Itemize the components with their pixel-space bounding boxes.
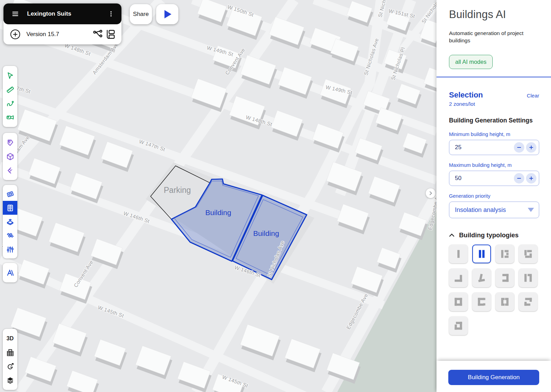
dimension-icon — [6, 166, 15, 175]
generation-priority-dropdown[interactable]: Insolation analysis — [449, 202, 539, 218]
clear-selection-link[interactable]: Clear — [527, 93, 539, 99]
selection-count: 2 zones/lot — [449, 101, 539, 107]
map-canvas[interactable]: Parking Building Building W 150th StW 15… — [0, 0, 436, 392]
pattern-icon — [6, 231, 15, 240]
typology-u-open-left[interactable] — [495, 269, 514, 287]
settings-heading: Building Generation Settings — [449, 117, 539, 124]
typology-brackets-facing[interactable] — [495, 292, 514, 311]
plus-icon — [529, 176, 534, 181]
zone-tool[interactable] — [3, 136, 17, 150]
massing-tool[interactable] — [3, 215, 17, 229]
toolbar-buildings — [3, 185, 17, 258]
version-list-icon[interactable] — [104, 28, 117, 41]
snap-toggle[interactable] — [3, 359, 17, 373]
zone-icon — [6, 138, 15, 147]
play-button[interactable] — [156, 4, 178, 24]
dimension-tool[interactable] — [3, 163, 17, 177]
panel-divider — [436, 77, 551, 78]
text-annotation-icon — [6, 269, 15, 277]
min-height-increment-button[interactable] — [526, 142, 536, 153]
panel-subtitle: Automatic generation of project building… — [449, 30, 529, 44]
add-version-icon[interactable] — [9, 28, 22, 41]
max-height-field[interactable]: 50 — [449, 171, 539, 186]
typology-g-block[interactable] — [519, 292, 537, 311]
typologies-heading: Building typologies — [459, 231, 519, 239]
volume-tool[interactable] — [3, 150, 17, 163]
spline-tool[interactable] — [3, 96, 17, 110]
share-button[interactable]: Share — [130, 4, 152, 24]
ruler-icon — [6, 85, 15, 94]
s-block-icon — [522, 248, 534, 260]
zone-label-parking: Parking — [164, 186, 191, 195]
max-height-value[interactable]: 50 — [455, 175, 512, 182]
lot-edit-icon — [6, 190, 15, 198]
minus-icon — [517, 176, 522, 181]
select-tool[interactable] — [3, 69, 17, 83]
parameters-tool[interactable] — [3, 242, 17, 256]
pattern-tool[interactable] — [3, 229, 17, 242]
typology-bar-single[interactable] — [449, 245, 468, 263]
bar-double-icon — [476, 248, 488, 260]
c-and-bar-icon — [499, 248, 511, 260]
buildings-ai-panel: Buildings AI Automatic generation of pro… — [436, 0, 551, 392]
min-height-decrement-button[interactable] — [514, 142, 524, 153]
toolbar-view: 3D — [3, 329, 17, 390]
panel-collapse-handle[interactable] — [426, 188, 435, 198]
project-card-body: Version 15.7 — [3, 24, 121, 44]
zone-label-building-1: Building — [205, 208, 231, 216]
typology-l-angled[interactable] — [472, 269, 491, 287]
city-context-toggle[interactable] — [3, 346, 17, 359]
typologies-grid — [449, 245, 539, 335]
menu-hamburger-icon[interactable] — [9, 8, 22, 20]
version-branch-icon[interactable] — [92, 28, 104, 41]
typology-s-block[interactable] — [519, 245, 537, 263]
max-height-increment-button[interactable] — [526, 173, 536, 184]
view-3d-label: 3D — [7, 335, 14, 342]
typology-c-notched[interactable] — [472, 292, 491, 311]
typology-l-corner[interactable] — [449, 269, 468, 287]
min-height-value[interactable]: 25 — [455, 144, 512, 151]
version-label: Version 15.7 — [26, 31, 92, 38]
typology-spiral[interactable] — [449, 316, 468, 335]
annotation-tool[interactable] — [3, 266, 17, 280]
measure-tool[interactable] — [3, 83, 17, 96]
dropdown-arrow-icon — [528, 208, 534, 212]
typology-bar-and-l[interactable] — [519, 269, 537, 287]
building-generation-button[interactable]: Building Generation — [448, 370, 539, 385]
zone-label-building-2: Building — [253, 229, 279, 237]
min-height-field[interactable]: 25 — [449, 140, 539, 155]
all-ai-modes-chip[interactable]: all AI modes — [449, 55, 493, 69]
panel-footer: Building Generation — [436, 361, 551, 392]
max-height-decrement-button[interactable] — [514, 173, 524, 184]
sliders-icon — [6, 245, 15, 254]
bar-and-l-icon — [522, 272, 534, 284]
ring-icon — [452, 296, 464, 308]
layers-icon — [6, 376, 15, 385]
buildings-tool[interactable] — [3, 201, 17, 215]
brackets-facing-icon — [499, 296, 511, 308]
typology-bar-double[interactable] — [472, 245, 491, 263]
camera-tool[interactable] — [3, 110, 17, 124]
typology-c-and-bar[interactable] — [495, 245, 514, 263]
chevron-up-icon[interactable] — [449, 233, 455, 237]
u-open-left-icon — [499, 272, 511, 284]
project-card: Lexington Suits Version 15.7 — [3, 3, 121, 44]
kebab-menu-icon[interactable] — [105, 8, 117, 20]
l-corner-icon — [452, 272, 464, 284]
chevron-right-icon — [428, 190, 433, 196]
camera-icon — [6, 113, 15, 122]
app-window: Parking Building Building W 150th StW 15… — [0, 0, 551, 392]
cursor-icon — [6, 71, 15, 80]
max-height-label: Maximum building height, m — [449, 162, 539, 168]
building-icon — [6, 204, 15, 212]
min-height-label: Minimum building height, m — [449, 131, 539, 137]
play-icon — [164, 10, 171, 18]
view-3d-toggle[interactable]: 3D — [3, 332, 17, 346]
layers-toggle[interactable] — [3, 373, 17, 387]
c-notched-icon — [476, 296, 488, 308]
toolbar-draw — [3, 66, 17, 127]
priority-value: Insolation analysis — [455, 206, 528, 214]
lot-edit-tool[interactable] — [3, 187, 17, 201]
spiral-icon — [452, 320, 464, 332]
typology-ring[interactable] — [449, 292, 468, 311]
